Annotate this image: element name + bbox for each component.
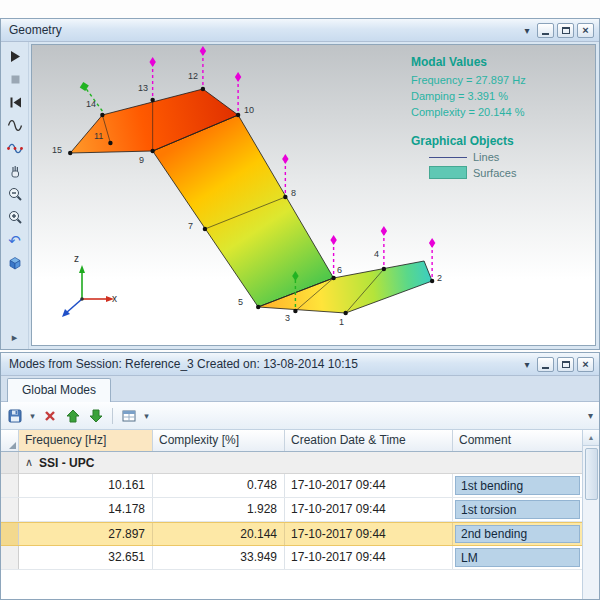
move-up-button[interactable] xyxy=(63,406,83,426)
comment-field[interactable]: 2nd bending xyxy=(455,525,580,543)
group-label: SSI - UPC xyxy=(39,456,94,470)
modal-complexity: Complexity = 20.144 % xyxy=(411,104,581,120)
cell-created: 17-10-2017 09:44 xyxy=(285,523,453,545)
axis-triad: z x xyxy=(52,255,122,319)
window-menu-icon[interactable]: ▾ xyxy=(520,359,534,370)
close-button[interactable]: × xyxy=(577,23,594,38)
modes-toolbar: ▾ ▾ ▾ xyxy=(1,402,599,430)
toolbar-separator xyxy=(112,408,113,424)
header-frequency[interactable]: Frequency [Hz] xyxy=(19,430,153,451)
comment-field[interactable]: LM xyxy=(455,548,580,567)
axis-x-label: x xyxy=(112,293,117,304)
geometry-window-controls: ▾ × xyxy=(520,23,594,38)
group-row-ssi-upc[interactable]: ∧ SSI - UPC xyxy=(1,452,582,474)
minimize-button[interactable] xyxy=(537,23,554,38)
vertical-scrollbar[interactable]: ▲ xyxy=(582,430,599,599)
legend-lines: Lines xyxy=(429,151,581,163)
toolbar-overflow-icon[interactable]: ▾ xyxy=(588,410,595,421)
geometry-window-title: Geometry xyxy=(1,23,520,37)
modes-tabstrip: Global Modes xyxy=(1,376,599,402)
surfaces-swatch xyxy=(429,166,467,179)
graphical-objects-header: Graphical Objects xyxy=(411,134,581,148)
comment-field[interactable]: 1st torsion xyxy=(455,500,580,519)
desktop: Geometry ▾ × xyxy=(0,0,600,600)
maximize-icon xyxy=(562,27,570,34)
modal-damping: Damping = 3.391 % xyxy=(411,88,581,104)
3d-viewport[interactable]: 15 14 13 12 11 9 10 7 8 5 6 3 1 2 4 xyxy=(31,44,596,346)
select-all-cell[interactable] xyxy=(1,430,19,451)
3d-cube-button[interactable] xyxy=(4,253,26,273)
modal-values-panel: Modal Values Frequency = 27.897 Hz Dampi… xyxy=(411,55,581,182)
row-indicator-cell xyxy=(1,474,19,497)
close-button[interactable]: × xyxy=(577,357,594,372)
minimize-button[interactable] xyxy=(537,357,554,372)
mode-curve-button[interactable] xyxy=(4,138,26,158)
mode-shape-surfaces xyxy=(70,89,432,313)
grid-view-button[interactable] xyxy=(119,406,139,426)
scrollbar-thumb[interactable] xyxy=(585,448,598,500)
modes-window-title: Modes from Session: Reference_3 Created … xyxy=(1,357,520,371)
table-row[interactable]: 14.178 1.928 17-10-2017 09:44 1st torsio… xyxy=(1,498,582,522)
save-dropdown-icon[interactable]: ▾ xyxy=(28,411,37,421)
scroll-up-icon[interactable]: ▲ xyxy=(583,430,599,446)
grid-view-dropdown-icon[interactable]: ▾ xyxy=(142,411,151,421)
modal-frequency: Frequency = 27.897 Hz xyxy=(411,72,581,88)
play-button[interactable] xyxy=(4,46,26,66)
pan-hand-button[interactable] xyxy=(4,161,26,181)
row-indicator-cell xyxy=(1,523,19,545)
modes-window-controls: ▾ × xyxy=(520,357,594,372)
close-icon: × xyxy=(582,359,588,370)
legend-surfaces: Surfaces xyxy=(429,166,581,179)
cell-complexity: 0.748 xyxy=(153,474,285,497)
sine-wave-button[interactable] xyxy=(4,115,26,135)
close-icon: × xyxy=(582,25,588,36)
modes-window: Modes from Session: Reference_3 Created … xyxy=(0,352,600,600)
cell-frequency: 32.651 xyxy=(19,546,153,569)
axis-z-label: z xyxy=(74,253,79,264)
skip-to-start-button[interactable] xyxy=(4,92,26,112)
cell-frequency: 10.161 xyxy=(19,474,153,497)
cell-comment: 1st torsion xyxy=(453,498,582,521)
modes-table: Frequency [Hz] Complexity [%] Creation D… xyxy=(1,430,582,599)
tab-global-modes[interactable]: Global Modes xyxy=(7,378,111,402)
zoom-out-button[interactable] xyxy=(4,184,26,204)
cell-frequency: 27.897 xyxy=(19,523,153,545)
maximize-icon xyxy=(562,361,570,368)
cell-complexity: 33.949 xyxy=(153,546,285,569)
delete-button[interactable] xyxy=(40,406,60,426)
modal-values-header: Modal Values xyxy=(411,55,581,69)
comment-field[interactable]: 1st bending xyxy=(455,476,580,495)
cell-created: 17-10-2017 09:44 xyxy=(285,474,453,497)
table-row[interactable]: 32.651 33.949 17-10-2017 09:44 LM xyxy=(1,546,582,570)
cell-comment: 1st bending xyxy=(453,474,582,497)
table-header-row: Frequency [Hz] Complexity [%] Creation D… xyxy=(1,430,582,452)
table-row-selected[interactable]: 27.897 20.144 17-10-2017 09:44 2nd bendi… xyxy=(1,522,582,546)
cell-complexity: 1.928 xyxy=(153,498,285,521)
save-button[interactable] xyxy=(5,406,25,426)
minimize-icon xyxy=(542,367,549,369)
collapse-icon[interactable]: ∧ xyxy=(19,456,39,469)
cell-frequency: 14.178 xyxy=(19,498,153,521)
row-indicator-cell xyxy=(1,546,19,569)
stop-button[interactable] xyxy=(4,69,26,89)
table-row[interactable]: 10.161 0.748 17-10-2017 09:44 1st bendin… xyxy=(1,474,582,498)
group-indicator-cell xyxy=(1,452,19,473)
surfaces-label: Surfaces xyxy=(473,167,516,179)
cell-complexity: 20.144 xyxy=(153,523,285,545)
header-creation-date[interactable]: Creation Date & Time xyxy=(285,430,453,451)
cell-comment: 2nd bending xyxy=(453,523,582,545)
undo-button[interactable]: ↶ xyxy=(4,230,26,250)
modes-titlebar[interactable]: Modes from Session: Reference_3 Created … xyxy=(1,353,599,376)
geometry-window: Geometry ▾ × xyxy=(0,18,600,350)
maximize-button[interactable] xyxy=(557,357,574,372)
toolbar-expand-icon[interactable]: ▸ xyxy=(4,327,26,347)
move-down-button[interactable] xyxy=(86,406,106,426)
header-complexity[interactable]: Complexity [%] xyxy=(153,430,285,451)
maximize-button[interactable] xyxy=(557,23,574,38)
cell-created: 17-10-2017 09:44 xyxy=(285,498,453,521)
window-menu-icon[interactable]: ▾ xyxy=(520,25,534,36)
lines-swatch xyxy=(429,157,467,158)
zoom-in-button[interactable] xyxy=(4,207,26,227)
geometry-titlebar[interactable]: Geometry ▾ × xyxy=(1,19,599,42)
header-comment[interactable]: Comment xyxy=(453,430,582,451)
